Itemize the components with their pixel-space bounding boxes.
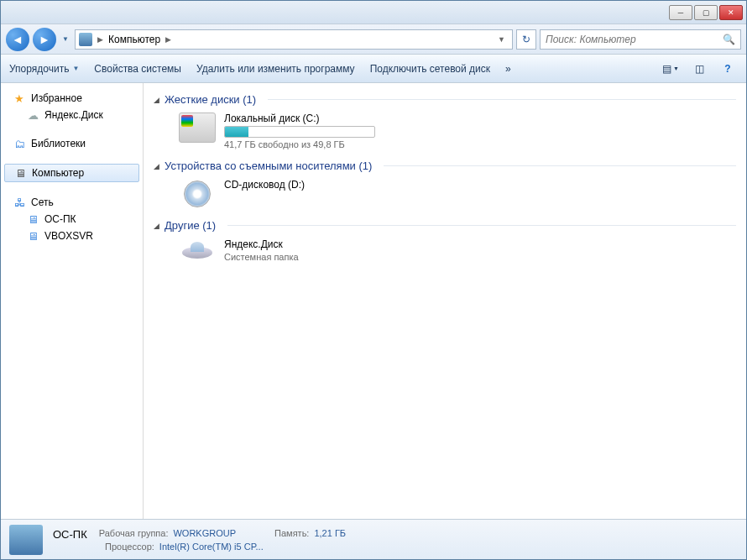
divider bbox=[268, 99, 736, 100]
group-removable-title: Устройства со съемными носителями (1) bbox=[165, 160, 372, 172]
network-pc-label: VBOXSVR bbox=[44, 230, 93, 242]
system-properties-button[interactable]: Свойства системы bbox=[94, 63, 181, 75]
breadcrumb[interactable]: ▶ Компьютер ▶ ▼ bbox=[75, 29, 513, 50]
maximize-button[interactable]: ▢ bbox=[694, 5, 718, 20]
sidebar-computer-group: 🖥 Компьютер bbox=[1, 164, 143, 182]
sidebar-favorites-group: ★ Избранное ☁ Яндекс.Диск bbox=[1, 90, 143, 123]
computer-large-icon bbox=[9, 525, 43, 555]
cd-icon bbox=[179, 179, 216, 209]
status-details: ОС-ПК Рабочая группа: WORKGROUP Память: … bbox=[53, 528, 346, 552]
collapse-icon: ◢ bbox=[154, 162, 159, 170]
breadcrumb-dropdown[interactable]: ▼ bbox=[494, 35, 509, 44]
sidebar-network-pc-1[interactable]: 🖥 VBOXSVR bbox=[1, 228, 143, 244]
libraries-label: Библиотеки bbox=[31, 138, 86, 149]
group-other-title: Другие (1) bbox=[165, 219, 216, 232]
explorer-window: ─ ▢ ✕ ◄ ► ▼ ▶ Компьютер ▶ ▼ ↻ 🔍 Упорядоч… bbox=[0, 0, 747, 560]
group-other-header[interactable]: ◢ Другие (1) bbox=[154, 219, 736, 232]
organize-menu[interactable]: Упорядочить ▼ bbox=[9, 63, 79, 75]
close-button[interactable]: ✕ bbox=[719, 5, 743, 20]
sidebar-computer[interactable]: 🖥 Компьютер bbox=[4, 164, 139, 182]
disk-c-free-text: 41,7 ГБ свободно из 49,8 ГБ bbox=[224, 139, 375, 149]
disk-c-info: Локальный диск (C:) 41,7 ГБ свободно из … bbox=[224, 113, 375, 149]
yandex-disk-item[interactable]: Яндекс.Диск Системная папка bbox=[179, 238, 736, 264]
navbar: ◄ ► ▼ ▶ Компьютер ▶ ▼ ↻ 🔍 bbox=[1, 24, 746, 55]
body: ★ Избранное ☁ Яндекс.Диск 🗂 Библиотеки 🖥… bbox=[1, 83, 746, 519]
pc-icon: 🖥 bbox=[26, 212, 39, 226]
toolbar-right: ▤▼ ◫ ? bbox=[661, 60, 738, 78]
workgroup-value: WORKGROUP bbox=[173, 528, 236, 541]
minimize-button[interactable]: ─ bbox=[669, 5, 692, 20]
memory-label: Память: bbox=[274, 528, 309, 541]
history-dropdown[interactable]: ▼ bbox=[60, 31, 71, 48]
group-hdd-header[interactable]: ◢ Жесткие диски (1) bbox=[154, 93, 736, 106]
network-label: Сеть bbox=[31, 196, 54, 208]
group-hdd-title: Жесткие диски (1) bbox=[165, 93, 256, 106]
computer-label: Компьютер bbox=[32, 167, 84, 179]
uninstall-program-button[interactable]: Удалить или изменить программу bbox=[196, 63, 355, 75]
collapse-icon: ◢ bbox=[154, 96, 159, 104]
organize-label: Упорядочить bbox=[9, 63, 69, 75]
favorites-label: Избранное bbox=[31, 92, 82, 104]
sidebar-libraries[interactable]: 🗂 Библиотеки bbox=[1, 135, 143, 152]
statusbar: ОС-ПК Рабочая группа: WORKGROUP Память: … bbox=[1, 519, 746, 559]
yadisk-name: Яндекс.Диск bbox=[224, 238, 299, 250]
yadisk-info: Яндекс.Диск Системная папка bbox=[224, 238, 299, 262]
search-box[interactable]: 🔍 bbox=[540, 29, 741, 50]
cpu-value: Intel(R) Core(TM) i5 CP... bbox=[159, 542, 264, 552]
yadisk-type: Системная папка bbox=[224, 252, 299, 262]
collapse-icon: ◢ bbox=[154, 222, 159, 230]
divider bbox=[227, 225, 736, 226]
sidebar: ★ Избранное ☁ Яндекс.Диск 🗂 Библиотеки 🖥… bbox=[1, 83, 144, 519]
sidebar-favorites[interactable]: ★ Избранное bbox=[1, 90, 143, 107]
network-icon: 🖧 bbox=[13, 196, 26, 209]
ufo-icon bbox=[179, 238, 216, 264]
cloud-icon: ☁ bbox=[26, 108, 39, 122]
hdd-icon bbox=[179, 113, 216, 143]
chevron-down-icon: ▼ bbox=[72, 65, 79, 72]
computer-icon: 🖥 bbox=[13, 166, 27, 180]
memory-value: 1,21 ГБ bbox=[314, 528, 346, 541]
divider bbox=[384, 165, 736, 166]
sidebar-libraries-group: 🗂 Библиотеки bbox=[1, 135, 143, 152]
disk-c-usage-bar bbox=[224, 126, 375, 138]
sidebar-network-group: 🖧 Сеть 🖥 ОС-ПК 🖥 VBOXSVR bbox=[1, 194, 143, 244]
forward-button[interactable]: ► bbox=[33, 28, 56, 51]
toolbar: Упорядочить ▼ Свойства системы Удалить и… bbox=[1, 55, 746, 83]
titlebar: ─ ▢ ✕ bbox=[1, 1, 746, 24]
sidebar-network-pc-0[interactable]: 🖥 ОС-ПК bbox=[1, 211, 143, 228]
computer-icon bbox=[79, 33, 92, 46]
sidebar-network[interactable]: 🖧 Сеть bbox=[1, 194, 143, 211]
disk-c-item[interactable]: Локальный диск (C:) 41,7 ГБ свободно из … bbox=[179, 113, 736, 149]
status-name: ОС-ПК bbox=[53, 528, 87, 541]
pc-icon: 🖥 bbox=[26, 229, 39, 243]
sidebar-yandex-disk[interactable]: ☁ Яндекс.Диск bbox=[1, 107, 143, 123]
group-removable-header[interactable]: ◢ Устройства со съемными носителями (1) bbox=[154, 160, 736, 172]
content-pane: ◢ Жесткие диски (1) Локальный диск (C:) … bbox=[144, 83, 746, 519]
disk-c-fill bbox=[225, 127, 248, 137]
map-network-drive-button[interactable]: Подключить сетевой диск bbox=[370, 63, 490, 75]
window-controls: ─ ▢ ✕ bbox=[669, 5, 743, 20]
preview-pane-button[interactable]: ◫ bbox=[689, 60, 709, 78]
cpu-label: Процессор: bbox=[105, 542, 154, 552]
workgroup-label: Рабочая группа: bbox=[99, 528, 169, 541]
search-input[interactable] bbox=[546, 34, 723, 45]
back-button[interactable]: ◄ bbox=[6, 28, 29, 51]
toolbar-overflow[interactable]: » bbox=[505, 63, 511, 75]
network-pc-label: ОС-ПК bbox=[44, 213, 76, 225]
breadcrumb-location[interactable]: Компьютер bbox=[108, 34, 160, 45]
disk-c-name: Локальный диск (C:) bbox=[224, 113, 375, 124]
search-icon[interactable]: 🔍 bbox=[723, 34, 735, 45]
star-icon: ★ bbox=[13, 92, 26, 105]
cd-drive-item[interactable]: CD-дисковод (D:) bbox=[179, 179, 736, 209]
view-options-button[interactable]: ▤▼ bbox=[661, 60, 681, 78]
help-button[interactable]: ? bbox=[718, 60, 738, 78]
cd-name: CD-дисковод (D:) bbox=[224, 179, 305, 191]
chevron-right-icon: ▶ bbox=[165, 35, 171, 44]
chevron-right-icon: ▶ bbox=[97, 35, 103, 44]
cd-info: CD-дисковод (D:) bbox=[224, 179, 305, 191]
refresh-button[interactable]: ↻ bbox=[516, 29, 536, 50]
yadisk-label: Яндекс.Диск bbox=[44, 109, 103, 121]
libraries-icon: 🗂 bbox=[13, 137, 26, 150]
